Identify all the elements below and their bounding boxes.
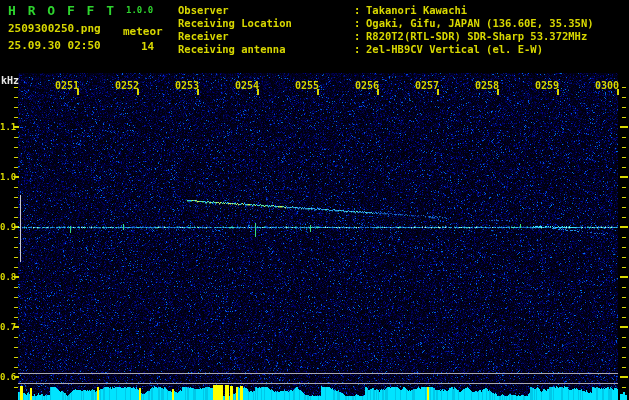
time-axis-label: 0251 — [55, 80, 79, 92]
hrofft-window: H R O F F T 1.0.0 2509300250.png meteor … — [0, 0, 629, 400]
info-value: Takanori Kawachi — [366, 4, 467, 17]
info-label: Observer — [178, 4, 354, 17]
freq-axis-label: 1.1 — [0, 122, 14, 132]
info-value: R820T2(RTL-SDR) SDR-Sharp 53.372MHz — [366, 30, 587, 43]
time-axis-label: 0255 — [295, 80, 319, 92]
freq-unit-label: kHz — [1, 75, 19, 86]
info-row: Receiving antenna:2el-HB9CV Vertical (el… — [178, 43, 594, 56]
freq-axis-label: 0.9 — [0, 222, 14, 232]
freq-axis-label: 1.0 — [0, 172, 14, 182]
freq-axis-label: 0.7 — [0, 322, 14, 332]
info-label: Receiver — [178, 30, 354, 43]
app-title: H R O F F T — [8, 3, 116, 18]
info-separator: : — [354, 30, 366, 43]
time-axis-label: 0252 — [115, 80, 139, 92]
info-label: Receiving Location — [178, 17, 354, 30]
freq-axis-label: 0.8 — [0, 272, 14, 282]
app-version: 1.0.0 — [126, 5, 153, 15]
file-datetime: 25.09.30 02:50 — [8, 39, 101, 52]
info-row: Receiving Location:Ogaki, Gifu, JAPAN (1… — [178, 17, 594, 30]
info-separator: : — [354, 4, 366, 17]
time-axis-label: 0253 — [175, 80, 199, 92]
info-separator: : — [354, 43, 366, 56]
info-value: Ogaki, Gifu, JAPAN (136.60E, 35.35N) — [366, 17, 594, 30]
time-axis-label: 0257 — [415, 80, 439, 92]
info-label: Receiving antenna — [178, 43, 354, 56]
receiver-info: Observer:Takanori KawachiReceiving Locat… — [178, 4, 594, 56]
file-name: 2509300250.png — [8, 22, 101, 35]
info-separator: : — [354, 17, 366, 30]
echo-count: 14 — [141, 40, 154, 53]
time-axis-label: 0256 — [355, 80, 379, 92]
info-row: Observer:Takanori Kawachi — [178, 4, 594, 17]
info-row: Receiver:R820T2(RTL-SDR) SDR-Sharp 53.37… — [178, 30, 594, 43]
mode-label: meteor — [123, 25, 163, 38]
info-value: 2el-HB9CV Vertical (el. E-W) — [366, 43, 543, 56]
time-axis-label: 0254 — [235, 80, 259, 92]
time-axis-label: 0300 — [595, 80, 619, 92]
freq-axis-label: 0.6 — [0, 372, 14, 382]
text-overlay: H R O F F T 1.0.0 2509300250.png meteor … — [0, 0, 629, 400]
time-axis-label: 0259 — [535, 80, 559, 92]
time-axis-label: 0258 — [475, 80, 499, 92]
